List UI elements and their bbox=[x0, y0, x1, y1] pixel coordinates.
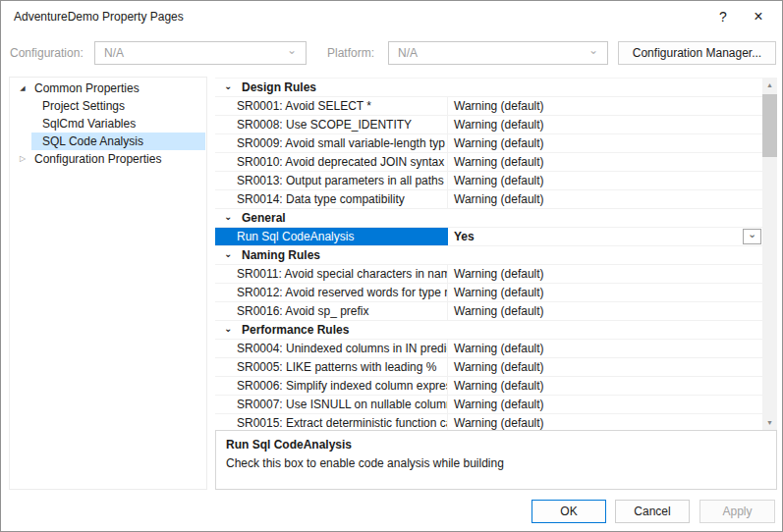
group-label: Design Rules bbox=[242, 79, 316, 96]
category-tree: ◢Common PropertiesProject SettingsSqlCmd… bbox=[9, 77, 207, 490]
collapse-icon[interactable]: ◢ bbox=[16, 80, 29, 97]
group-header-general[interactable]: ⌄General bbox=[215, 209, 762, 228]
configuration-value: N/A bbox=[104, 46, 124, 60]
ok-button[interactable]: OK bbox=[531, 500, 606, 523]
property-row-sr0007[interactable]: SR0007: Use ISNULL on nullable columnWar… bbox=[215, 396, 762, 414]
property-value[interactable]: Warning (default) bbox=[448, 302, 762, 320]
property-name[interactable]: SR0006: Simplify indexed column expres bbox=[215, 377, 448, 395]
group-header-performance-rules[interactable]: ⌄Performance Rules bbox=[215, 321, 762, 340]
property-pages-dialog: AdventureDemo Property Pages ? × Configu… bbox=[0, 0, 783, 532]
property-value[interactable]: Warning (default) bbox=[448, 358, 762, 376]
property-name[interactable]: SR0011: Avoid special characters in nam bbox=[215, 265, 448, 283]
property-value[interactable]: Warning (default) bbox=[448, 396, 762, 413]
property-row-sr0015[interactable]: SR0015: Extract deterministic function c… bbox=[215, 414, 762, 430]
property-row-sr0001[interactable]: SR0001: Avoid SELECT *Warning (default) bbox=[215, 97, 762, 116]
property-name[interactable]: SR0001: Avoid SELECT * bbox=[215, 97, 448, 115]
property-name[interactable]: SR0004: Unindexed columns in IN predic bbox=[215, 340, 448, 357]
tree-item-common-properties[interactable]: ◢Common Properties bbox=[10, 80, 206, 97]
property-value[interactable]: Warning (default) bbox=[448, 153, 762, 171]
group-label: General bbox=[242, 209, 286, 227]
scrollbar-thumb[interactable] bbox=[762, 94, 777, 157]
property-value[interactable]: Warning (default) bbox=[448, 172, 762, 189]
group-label: Performance Rules bbox=[242, 321, 349, 339]
property-row-sr0009[interactable]: SR0009: Avoid small variable-length typW… bbox=[215, 134, 762, 153]
property-name[interactable]: SR0009: Avoid small variable-length typ bbox=[215, 134, 448, 152]
configuration-select[interactable]: N/A ⌄ bbox=[94, 41, 307, 65]
property-row-sr0012[interactable]: SR0012: Avoid reserved words for type nW… bbox=[215, 284, 762, 302]
property-value[interactable]: Warning (default) bbox=[448, 134, 762, 152]
chevron-down-icon: ⌄ bbox=[748, 228, 756, 242]
description-panel: Run Sql CodeAnalysis Check this box to e… bbox=[215, 430, 777, 490]
property-value[interactable]: Warning (default) bbox=[448, 340, 762, 357]
titlebar-buttons: ? × bbox=[705, 1, 782, 32]
apply-button[interactable]: Apply bbox=[699, 500, 775, 523]
configuration-label: Configuration: bbox=[10, 46, 84, 60]
description-title: Run Sql CodeAnalysis bbox=[226, 438, 766, 452]
collapse-icon[interactable]: ⌄ bbox=[224, 211, 232, 222]
property-row-sr0016[interactable]: SR0016: Avoid sp_ prefixWarning (default… bbox=[215, 302, 762, 321]
vertical-scrollbar[interactable]: ▲ ▼ bbox=[762, 78, 777, 430]
property-name[interactable]: SR0005: LIKE patterns with leading % bbox=[215, 358, 448, 376]
property-row-sr0006[interactable]: SR0006: Simplify indexed column expresWa… bbox=[215, 377, 762, 396]
property-row-run-sql-codeanalysis[interactable]: Run Sql CodeAnalysisYes⌄ bbox=[215, 228, 762, 246]
property-name[interactable]: SR0012: Avoid reserved words for type n bbox=[215, 284, 448, 301]
collapse-icon[interactable]: ⌄ bbox=[224, 248, 232, 259]
group-label: Naming Rules bbox=[242, 246, 320, 264]
window-title: AdventureDemo Property Pages bbox=[14, 10, 184, 24]
platform-select[interactable]: N/A ⌄ bbox=[388, 41, 608, 65]
group-header-naming-rules[interactable]: ⌄Naming Rules bbox=[215, 246, 762, 265]
chevron-down-icon: ⌄ bbox=[588, 43, 598, 57]
title-bar: AdventureDemo Property Pages ? × bbox=[1, 1, 782, 32]
property-row-sr0008[interactable]: SR0008: Use SCOPE_IDENTITYWarning (defau… bbox=[215, 116, 762, 134]
property-value[interactable]: Yes⌄ bbox=[448, 228, 762, 245]
property-name[interactable]: Run Sql CodeAnalysis bbox=[215, 228, 448, 245]
chevron-down-icon: ⌄ bbox=[287, 43, 297, 57]
tree-item-sqlcmd-variables[interactable]: SqlCmd Variables bbox=[10, 115, 206, 133]
close-button[interactable]: × bbox=[741, 1, 776, 32]
property-name[interactable]: SR0008: Use SCOPE_IDENTITY bbox=[215, 116, 448, 133]
tree-item-label: Project Settings bbox=[42, 97, 125, 115]
property-value[interactable]: Warning (default) bbox=[448, 97, 762, 115]
tree-item-label: SQL Code Analysis bbox=[42, 133, 143, 150]
property-value[interactable]: Warning (default) bbox=[448, 190, 762, 208]
tree-item-sql-code-analysis[interactable]: SQL Code Analysis bbox=[10, 133, 206, 150]
cancel-button[interactable]: Cancel bbox=[615, 500, 690, 523]
property-name[interactable]: SR0013: Output parameters in all paths bbox=[215, 172, 448, 189]
property-grid: ⌄Design RulesSR0001: Avoid SELECT *Warni… bbox=[215, 78, 762, 430]
platform-label: Platform: bbox=[327, 46, 374, 60]
dropdown-button[interactable]: ⌄ bbox=[743, 229, 761, 244]
tree-item-label: SqlCmd Variables bbox=[42, 115, 136, 133]
property-row-sr0005[interactable]: SR0005: LIKE patterns with leading %Warn… bbox=[215, 358, 762, 377]
property-name[interactable]: SR0015: Extract deterministic function c… bbox=[215, 414, 448, 430]
property-value[interactable]: Warning (default) bbox=[448, 116, 762, 133]
tree-item-configuration-properties[interactable]: ▷Configuration Properties bbox=[10, 150, 206, 168]
scroll-up-icon[interactable]: ▲ bbox=[762, 78, 777, 92]
help-button[interactable]: ? bbox=[705, 1, 741, 32]
property-row-sr0014[interactable]: SR0014: Data type compatibilityWarning (… bbox=[215, 190, 762, 209]
property-row-sr0011[interactable]: SR0011: Avoid special characters in namW… bbox=[215, 265, 762, 284]
property-name[interactable]: SR0014: Data type compatibility bbox=[215, 190, 448, 208]
tree-item-label: Configuration Properties bbox=[34, 150, 161, 168]
collapse-icon[interactable]: ⌄ bbox=[224, 80, 232, 91]
property-value[interactable]: Warning (default) bbox=[448, 377, 762, 395]
description-text: Check this box to enable code analysis w… bbox=[226, 456, 766, 470]
tree-item-label: Common Properties bbox=[34, 80, 140, 97]
property-name[interactable]: SR0016: Avoid sp_ prefix bbox=[215, 302, 448, 320]
tree-item-project-settings[interactable]: Project Settings bbox=[10, 97, 206, 115]
property-row-sr0010[interactable]: SR0010: Avoid deprecated JOIN syntaxWarn… bbox=[215, 153, 762, 172]
property-value[interactable]: Warning (default) bbox=[448, 284, 762, 301]
group-header-design-rules[interactable]: ⌄Design Rules bbox=[215, 79, 762, 97]
property-value[interactable]: Warning (default) bbox=[448, 265, 762, 283]
platform-value: N/A bbox=[398, 46, 418, 60]
configuration-manager-button[interactable]: Configuration Manager... bbox=[618, 41, 776, 65]
property-name[interactable]: SR0007: Use ISNULL on nullable column bbox=[215, 396, 448, 413]
property-value[interactable]: Warning (default) bbox=[448, 414, 762, 430]
scroll-down-icon[interactable]: ▼ bbox=[762, 415, 777, 430]
property-row-sr0004[interactable]: SR0004: Unindexed columns in IN predicWa… bbox=[215, 340, 762, 358]
collapse-icon[interactable]: ⌄ bbox=[224, 323, 232, 334]
property-row-sr0013[interactable]: SR0013: Output parameters in all pathsWa… bbox=[215, 172, 762, 190]
expand-icon[interactable]: ▷ bbox=[16, 150, 29, 168]
property-name[interactable]: SR0010: Avoid deprecated JOIN syntax bbox=[215, 153, 448, 171]
